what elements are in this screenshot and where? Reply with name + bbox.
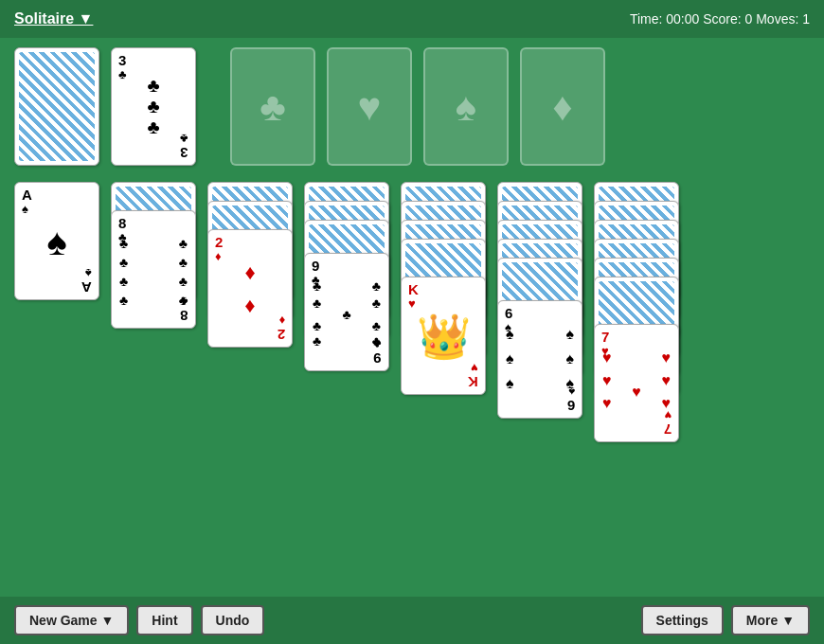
tableau-col-1: A♠ ♠ A♠ <box>14 182 99 305</box>
foundation-hearts[interactable]: ♥ <box>327 47 412 166</box>
stock-pile[interactable] <box>14 47 99 166</box>
tableau: A♠ ♠ A♠ 8♣ 8♣ ♣ ♣ ♣ ♣ ♣ ♣ ♣ ♣ <box>14 182 810 485</box>
tableau-col-3: 2♦ 2♦ ♦ ♦ <box>207 182 293 371</box>
app-title[interactable]: Solitaire ▼ <box>14 10 93 27</box>
card-king-hearts[interactable]: K♥ K♥ 👑 <box>401 277 486 395</box>
game-stats: Time: 00:00 Score: 0 Moves: 1 <box>630 11 810 27</box>
waste-pile[interactable]: 3♣ 3♣ ♣ ♣ ♣ <box>111 47 196 166</box>
waste-rank-top: 3♣ <box>118 53 127 80</box>
tableau-col-4: 9♣ 9♣ ♣ ♣ ♣ ♣ ♣ ♣ ♣ ♣ ♣ <box>304 182 389 400</box>
card-ace-spades[interactable]: A♠ ♠ A♠ <box>14 182 99 300</box>
footer-left: New Game ▼ Hint Undo <box>14 605 264 635</box>
top-row: 3♣ 3♣ ♣ ♣ ♣ ♣ ♥ ♠ ♦ <box>14 47 810 170</box>
card-7-hearts[interactable]: 7♥ 7♥ ♥ ♥ ♥ ♥ ♥ ♥ ♥ <box>594 324 679 442</box>
foundation-diamonds[interactable]: ♦ <box>520 47 605 166</box>
undo-button[interactable]: Undo <box>201 605 265 635</box>
settings-button[interactable]: Settings <box>641 605 724 635</box>
tableau-col-5: K♥ K♥ 👑 <box>401 182 486 428</box>
hearts-icon: ♥ <box>358 84 382 130</box>
foundation-spades[interactable]: ♠ <box>423 47 509 166</box>
hint-button[interactable]: Hint <box>136 605 192 635</box>
more-button[interactable]: More ▼ <box>731 605 810 635</box>
tableau-col-6: 6♠ 6♠ ♠ ♠ ♠ ♠ ♠ ♠ <box>497 182 582 456</box>
card-8-clubs[interactable]: 8♣ 8♣ ♣ ♣ ♣ ♣ ♣ ♣ ♣ ♣ <box>111 210 196 329</box>
footer-right: Settings More ▼ <box>641 605 810 635</box>
diamonds-icon: ♦ <box>552 84 572 130</box>
card-2-diamonds[interactable]: 2♦ 2♦ ♦ ♦ <box>207 229 293 348</box>
waste-rank-bottom: 3♣ <box>180 133 188 160</box>
header: Solitaire ▼ Time: 00:00 Score: 0 Moves: … <box>0 0 824 38</box>
tableau-col-7: 7♥ 7♥ ♥ ♥ ♥ ♥ ♥ ♥ ♥ <box>594 182 679 485</box>
card-6-spades[interactable]: 6♠ 6♠ ♠ ♠ ♠ ♠ ♠ ♠ <box>497 300 582 419</box>
spades-icon: ♠ <box>456 84 476 130</box>
clubs-icon: ♣ <box>260 84 286 130</box>
card-9-clubs[interactable]: 9♣ 9♣ ♣ ♣ ♣ ♣ ♣ ♣ ♣ ♣ ♣ <box>304 253 389 371</box>
foundation-clubs[interactable]: ♣ <box>230 47 315 166</box>
footer: New Game ▼ Hint Undo Settings More ▼ <box>0 597 824 644</box>
game-area: 3♣ 3♣ ♣ ♣ ♣ ♣ ♥ ♠ ♦ A♠ <box>0 38 824 597</box>
new-game-button[interactable]: New Game ▼ <box>14 605 129 635</box>
spacer <box>207 47 219 170</box>
tableau-col-2: 8♣ 8♣ ♣ ♣ ♣ ♣ ♣ ♣ ♣ ♣ <box>111 182 196 338</box>
